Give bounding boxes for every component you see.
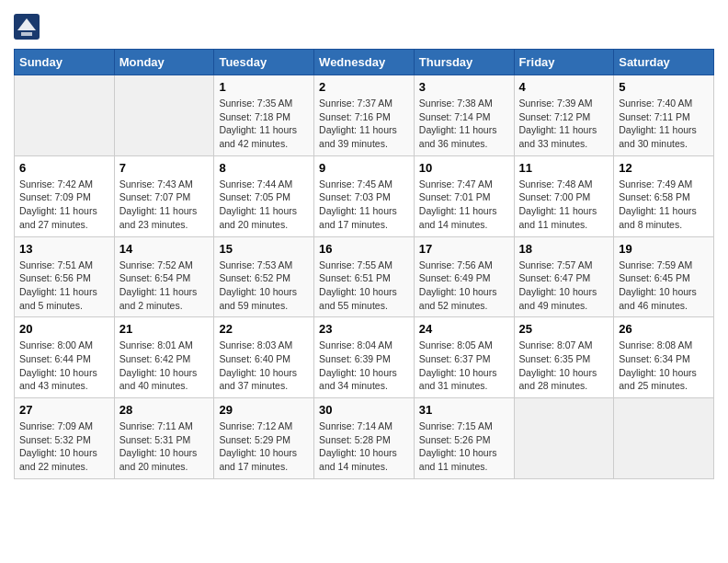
day-number: 6 (19, 161, 109, 175)
day-number: 8 (219, 161, 309, 175)
day-number: 18 (519, 242, 609, 256)
calendar-cell: 26Sunrise: 8:08 AMSunset: 6:34 PMDayligh… (614, 317, 714, 398)
day-number: 30 (319, 403, 409, 417)
day-info: Sunrise: 7:57 AMSunset: 6:47 PMDaylight:… (519, 259, 609, 313)
day-number: 26 (619, 322, 709, 336)
day-info: Sunrise: 8:01 AMSunset: 6:42 PMDaylight:… (119, 339, 210, 393)
calendar-cell (614, 398, 714, 479)
day-info: Sunrise: 8:07 AMSunset: 6:35 PMDaylight:… (519, 339, 609, 393)
calendar-cell: 13Sunrise: 7:51 AMSunset: 6:56 PMDayligh… (15, 236, 115, 317)
page-header (14, 14, 714, 40)
calendar-table: Sunday Monday Tuesday Wednesday Thursday… (14, 49, 714, 479)
day-info: Sunrise: 8:08 AMSunset: 6:34 PMDaylight:… (619, 339, 709, 393)
day-number: 27 (19, 403, 109, 417)
calendar-cell: 7Sunrise: 7:43 AMSunset: 7:07 PMDaylight… (114, 155, 214, 236)
day-number: 20 (19, 322, 109, 336)
day-number: 15 (219, 242, 309, 256)
calendar-cell: 19Sunrise: 7:59 AMSunset: 6:45 PMDayligh… (614, 236, 714, 317)
header-row: Sunday Monday Tuesday Wednesday Thursday… (15, 50, 714, 75)
col-wednesday: Wednesday (314, 50, 415, 75)
calendar-cell: 24Sunrise: 8:05 AMSunset: 6:37 PMDayligh… (414, 317, 514, 398)
calendar-cell: 31Sunrise: 7:15 AMSunset: 5:26 PMDayligh… (414, 398, 514, 479)
calendar-cell: 18Sunrise: 7:57 AMSunset: 6:47 PMDayligh… (514, 236, 614, 317)
day-number: 17 (419, 242, 509, 256)
day-info: Sunrise: 7:40 AMSunset: 7:11 PMDaylight:… (619, 97, 709, 151)
day-number: 22 (219, 322, 309, 336)
day-number: 23 (319, 322, 409, 336)
day-info: Sunrise: 7:12 AMSunset: 5:29 PMDaylight:… (219, 419, 309, 474)
calendar-cell: 5Sunrise: 7:40 AMSunset: 7:11 PMDaylight… (614, 75, 714, 156)
calendar-cell: 17Sunrise: 7:56 AMSunset: 6:49 PMDayligh… (414, 236, 514, 317)
day-info: Sunrise: 7:37 AMSunset: 7:16 PMDaylight:… (319, 97, 409, 151)
day-info: Sunrise: 7:47 AMSunset: 7:01 PMDaylight:… (419, 178, 509, 232)
calendar-cell: 11Sunrise: 7:48 AMSunset: 7:00 PMDayligh… (514, 155, 614, 236)
calendar-cell: 8Sunrise: 7:44 AMSunset: 7:05 PMDaylight… (214, 155, 314, 236)
calendar-cell: 20Sunrise: 8:00 AMSunset: 6:44 PMDayligh… (15, 317, 115, 398)
day-info: Sunrise: 7:56 AMSunset: 6:49 PMDaylight:… (419, 259, 509, 313)
calendar-cell: 28Sunrise: 7:11 AMSunset: 5:31 PMDayligh… (114, 398, 214, 479)
day-number: 12 (619, 161, 709, 175)
col-friday: Friday (514, 50, 614, 75)
calendar-cell: 21Sunrise: 8:01 AMSunset: 6:42 PMDayligh… (114, 317, 214, 398)
day-info: Sunrise: 7:49 AMSunset: 6:58 PMDaylight:… (619, 178, 709, 232)
day-number: 16 (319, 242, 409, 256)
day-info: Sunrise: 8:05 AMSunset: 6:37 PMDaylight:… (419, 339, 509, 393)
logo (14, 14, 42, 40)
calendar-cell: 25Sunrise: 8:07 AMSunset: 6:35 PMDayligh… (514, 317, 614, 398)
day-info: Sunrise: 7:52 AMSunset: 6:54 PMDaylight:… (119, 259, 210, 313)
day-info: Sunrise: 7:55 AMSunset: 6:51 PMDaylight:… (319, 259, 409, 313)
day-number: 19 (619, 242, 709, 256)
col-tuesday: Tuesday (214, 50, 314, 75)
day-info: Sunrise: 7:15 AMSunset: 5:26 PMDaylight:… (419, 419, 509, 474)
calendar-cell: 6Sunrise: 7:42 AMSunset: 7:09 PMDaylight… (15, 155, 115, 236)
calendar-cell: 12Sunrise: 7:49 AMSunset: 6:58 PMDayligh… (614, 155, 714, 236)
day-number: 2 (319, 80, 409, 94)
day-number: 14 (119, 242, 210, 256)
day-info: Sunrise: 8:03 AMSunset: 6:40 PMDaylight:… (219, 339, 309, 393)
calendar-cell: 15Sunrise: 7:53 AMSunset: 6:52 PMDayligh… (214, 236, 314, 317)
day-info: Sunrise: 7:09 AMSunset: 5:32 PMDaylight:… (19, 419, 109, 474)
day-info: Sunrise: 7:51 AMSunset: 6:56 PMDaylight:… (19, 259, 109, 313)
col-thursday: Thursday (414, 50, 514, 75)
calendar-week-2: 6Sunrise: 7:42 AMSunset: 7:09 PMDaylight… (15, 155, 714, 236)
day-info: Sunrise: 7:45 AMSunset: 7:03 PMDaylight:… (319, 178, 409, 232)
calendar-cell: 2Sunrise: 7:37 AMSunset: 7:16 PMDaylight… (314, 75, 415, 156)
day-number: 31 (419, 403, 509, 417)
day-number: 25 (519, 322, 609, 336)
calendar-cell: 10Sunrise: 7:47 AMSunset: 7:01 PMDayligh… (414, 155, 514, 236)
day-number: 29 (219, 403, 309, 417)
calendar-cell (514, 398, 614, 479)
day-info: Sunrise: 7:11 AMSunset: 5:31 PMDaylight:… (119, 419, 210, 474)
day-number: 3 (419, 80, 509, 94)
day-info: Sunrise: 7:59 AMSunset: 6:45 PMDaylight:… (619, 259, 709, 313)
day-number: 10 (419, 161, 509, 175)
day-number: 7 (119, 161, 210, 175)
day-number: 4 (519, 80, 609, 94)
calendar-cell: 30Sunrise: 7:14 AMSunset: 5:28 PMDayligh… (314, 398, 415, 479)
col-sunday: Sunday (15, 50, 115, 75)
day-info: Sunrise: 7:39 AMSunset: 7:12 PMDaylight:… (519, 97, 609, 151)
calendar-week-3: 13Sunrise: 7:51 AMSunset: 6:56 PMDayligh… (15, 236, 714, 317)
calendar-week-4: 20Sunrise: 8:00 AMSunset: 6:44 PMDayligh… (15, 317, 714, 398)
calendar-week-1: 1Sunrise: 7:35 AMSunset: 7:18 PMDaylight… (15, 75, 714, 156)
day-info: Sunrise: 7:14 AMSunset: 5:28 PMDaylight:… (319, 419, 409, 474)
calendar-cell (15, 75, 115, 156)
day-info: Sunrise: 8:04 AMSunset: 6:39 PMDaylight:… (319, 339, 409, 393)
day-number: 5 (619, 80, 709, 94)
calendar-cell: 14Sunrise: 7:52 AMSunset: 6:54 PMDayligh… (114, 236, 214, 317)
day-info: Sunrise: 7:38 AMSunset: 7:14 PMDaylight:… (419, 97, 509, 151)
calendar-cell: 1Sunrise: 7:35 AMSunset: 7:18 PMDaylight… (214, 75, 314, 156)
calendar-cell (114, 75, 214, 156)
day-info: Sunrise: 7:35 AMSunset: 7:18 PMDaylight:… (219, 97, 309, 151)
calendar-cell: 4Sunrise: 7:39 AMSunset: 7:12 PMDaylight… (514, 75, 614, 156)
day-info: Sunrise: 7:42 AMSunset: 7:09 PMDaylight:… (19, 178, 109, 232)
day-info: Sunrise: 8:00 AMSunset: 6:44 PMDaylight:… (19, 339, 109, 393)
day-number: 13 (19, 242, 109, 256)
day-number: 1 (219, 80, 309, 94)
col-saturday: Saturday (614, 50, 714, 75)
day-info: Sunrise: 7:44 AMSunset: 7:05 PMDaylight:… (219, 178, 309, 232)
logo-icon (14, 14, 40, 40)
day-number: 28 (119, 403, 210, 417)
calendar-cell: 29Sunrise: 7:12 AMSunset: 5:29 PMDayligh… (214, 398, 314, 479)
day-info: Sunrise: 7:43 AMSunset: 7:07 PMDaylight:… (119, 178, 210, 232)
